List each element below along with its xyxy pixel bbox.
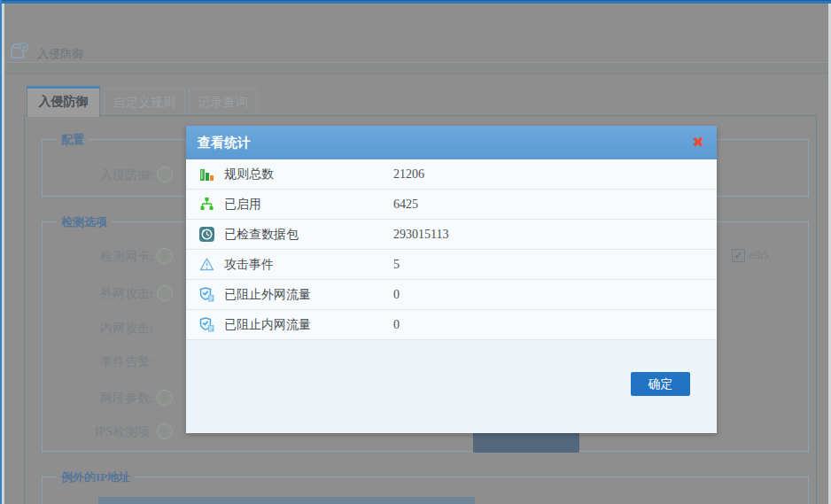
tree-icon — [198, 196, 215, 213]
view-statistics-dialog: 查看统计 ✖ 规则总数 21206 — [186, 126, 717, 433]
toolbar-band — [4, 62, 828, 74]
statistics-list: 规则总数 21206 已启用 6425 — [186, 159, 717, 340]
stat-row-enabled: 已启用 6425 — [186, 190, 717, 220]
exception-table-header-bar — [98, 497, 475, 504]
stat-label: 规则总数 — [224, 167, 274, 182]
stat-value: 5 — [393, 258, 400, 272]
help-icon[interactable]: ? — [157, 423, 173, 439]
field-label-ips-detect-items: IPS检测项: — [38, 424, 153, 440]
stat-label: 已阻止内网流量 — [224, 317, 311, 333]
fieldset-config-legend: 配置 — [57, 132, 89, 148]
stat-row-total-rules: 规则总数 21206 — [186, 159, 717, 190]
field-label-lan-attack: 内网攻击: — [38, 321, 153, 337]
stat-value: 293015113 — [393, 228, 448, 242]
field-label-detect-nic: 检测网卡: — [38, 249, 153, 265]
help-icon[interactable]: ? — [157, 248, 173, 264]
left-accent-line — [0, 0, 2, 504]
field-label-event-alert: 事件告警: — [38, 354, 153, 370]
checkbox-eth5-label: eth5 — [749, 248, 768, 262]
chart-bars-icon — [198, 166, 215, 182]
close-icon[interactable]: ✖ — [693, 134, 704, 151]
fieldset-exception-legend: 例外的IP地址 — [57, 469, 135, 485]
warning-triangle-icon — [198, 256, 215, 273]
stat-label: 已启用 — [224, 197, 261, 213]
field-label-intrusion-prevention: 入侵防御: — [38, 167, 153, 183]
help-icon[interactable]: ? — [157, 285, 173, 301]
shield-check-icon — [198, 316, 215, 333]
tab-record-query[interactable]: 记录查询 — [189, 89, 257, 115]
dialog-title: 查看统计 — [198, 126, 251, 159]
tab-intrusion-prevention[interactable]: 入侵防御 — [27, 86, 100, 117]
history-icon — [198, 226, 215, 243]
tab-custom-rules[interactable]: 自定义规则 — [104, 89, 185, 115]
stat-label: 已阻止外网流量 — [224, 287, 311, 303]
field-label-wan-attack: 外网攻击: — [38, 286, 153, 302]
fieldset-detect-legend: 检测选项 — [57, 214, 112, 230]
stat-row-blocked-wan-traffic: 已阻止外网流量 0 — [186, 280, 717, 310]
stat-value: 0 — [393, 318, 400, 332]
stat-row-attack-events: 攻击事件 5 — [186, 250, 717, 280]
stat-row-blocked-lan-traffic: 已阻止内网流量 0 — [186, 310, 717, 340]
screen: 入侵防御 入侵防御 自定义规则 记录查询 配置 检测选项 例外的IP地址 入侵防… — [0, 0, 831, 504]
stat-value: 21206 — [393, 167, 424, 182]
breadcrumb: 入侵防御 — [37, 46, 83, 62]
stat-value: 6425 — [393, 198, 418, 212]
help-icon[interactable]: ? — [157, 167, 173, 182]
ok-button[interactable]: 确定 — [631, 372, 690, 396]
field-label-subnet-params: 网段参数: — [38, 391, 153, 407]
stat-row-checked-packets: 已检查数据包 293015113 — [186, 220, 717, 250]
stat-value: 0 — [393, 288, 400, 302]
stat-label: 攻击事件 — [224, 257, 274, 273]
module-box-check-icon — [9, 41, 30, 62]
top-accent-bar — [0, 0, 831, 4]
shield-check-icon — [198, 286, 215, 303]
dialog-titlebar: 查看统计 ✖ — [186, 126, 717, 159]
left-gutter — [2, 4, 4, 504]
checkbox-eth5[interactable]: ✓ eth5 — [732, 248, 768, 262]
stat-label: 已检查数据包 — [224, 227, 299, 243]
checkbox-checked-icon[interactable]: ✓ — [732, 249, 745, 262]
help-icon[interactable]: ? — [157, 390, 173, 406]
